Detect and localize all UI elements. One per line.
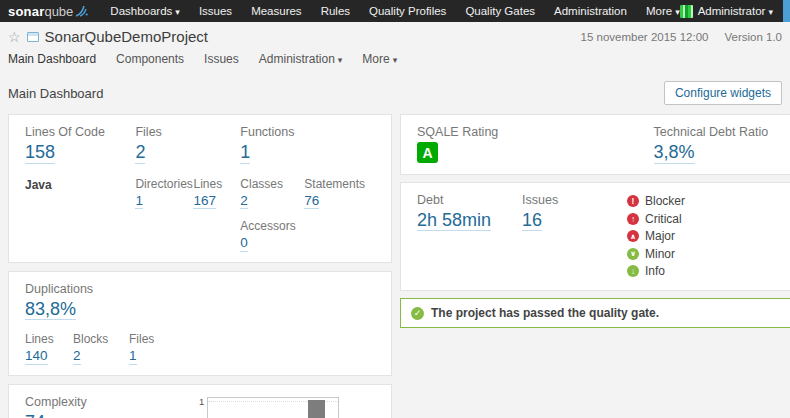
project-header: SonarQubeDemoProject 15 november 2015 12… — [8, 22, 782, 47]
debt-label: Debt — [417, 193, 522, 207]
dup-blocks-value[interactable]: 2 — [73, 348, 81, 365]
loc-label: Lines Of Code — [25, 125, 135, 139]
project-icon — [27, 32, 39, 42]
lines-value[interactable]: 167 — [193, 193, 216, 210]
analysis-date: 15 november 2015 12:00 — [581, 31, 709, 43]
severity-breakdown: Blocker 0 Critical 0 Major 14 — [627, 193, 790, 281]
accessors-value[interactable]: 0 — [240, 235, 248, 252]
configure-widgets-button[interactable]: Configure widgets — [664, 81, 782, 105]
debt-value[interactable]: 2h 58min — [417, 210, 491, 232]
complexity-value[interactable]: 74 — [25, 412, 45, 418]
check-circle-icon — [411, 307, 424, 320]
directories-label: Directories — [135, 177, 183, 191]
classes-value[interactable]: 2 — [240, 193, 248, 210]
dup-lines-label: Lines — [25, 332, 63, 346]
minor-icon — [627, 248, 639, 260]
tdr-label: Technical Debt Ratio — [654, 125, 790, 139]
statements-value[interactable]: 76 — [304, 193, 319, 210]
nav-item-more[interactable]: More — [646, 5, 680, 17]
duplications-label: Duplications — [25, 282, 375, 296]
dashboard-heading-row: Main Dashboard Configure widgets — [8, 73, 782, 114]
chevron-down-icon — [675, 5, 680, 17]
functions-label: Functions — [240, 125, 375, 139]
dup-lines-value[interactable]: 140 — [25, 348, 48, 365]
language-label: Java — [25, 178, 135, 192]
dup-blocks-label: Blocks — [73, 332, 119, 346]
sqale-rating-widget: SQALE Rating A Technical Debt Ratio 3,8% — [400, 114, 790, 175]
page-title: Main Dashboard — [8, 86, 103, 101]
dup-files-value[interactable]: 1 — [129, 348, 137, 365]
tab-issues[interactable]: Issues — [204, 52, 239, 66]
navbar-right: Administrator ? — [680, 0, 790, 22]
sqale-rating-label: SQALE Rating — [417, 125, 654, 139]
chart-plot-area: 1 0 — [207, 397, 339, 418]
logo-text-light: qube — [44, 4, 73, 19]
quality-gate-banner: The project has passed the quality gate. — [400, 298, 790, 328]
tab-main-dashboard[interactable]: Main Dashboard — [8, 52, 96, 66]
dup-files-label: Files — [129, 332, 154, 346]
search-button[interactable] — [783, 0, 790, 22]
nav-item-administration[interactable]: Administration — [554, 5, 627, 17]
issues-value[interactable]: 16 — [522, 210, 542, 232]
nav-item-dashboards[interactable]: Dashboards — [110, 5, 180, 17]
critical-icon — [627, 213, 639, 225]
project-meta: 15 november 2015 12:00 Version 1.0 — [581, 31, 782, 43]
navbar-menu: Dashboards Issues Measures Rules Quality… — [110, 5, 679, 17]
project-version: Version 1.0 — [724, 31, 782, 43]
chart-bar-12 — [308, 400, 325, 418]
severity-row-info: Info 0 — [627, 263, 790, 281]
y-tick-1: 1 — [199, 397, 204, 407]
sonarqube-wave-icon — [75, 5, 88, 17]
user-menu[interactable]: Administrator — [698, 5, 773, 17]
rating-badge[interactable]: A — [417, 142, 438, 163]
tdr-value[interactable]: 3,8% — [654, 142, 695, 164]
size-widget: Lines Of Code 158 Java Files 2 Directori… — [8, 114, 392, 263]
nav-item-issues[interactable]: Issues — [199, 5, 232, 17]
chevron-down-icon — [338, 52, 343, 66]
issues-label: Issues — [522, 193, 627, 207]
directories-value[interactable]: 1 — [135, 193, 143, 210]
chevron-down-icon — [768, 5, 773, 17]
nav-item-quality-profiles[interactable]: Quality Profiles — [369, 5, 446, 17]
logo-text-bold: sonar — [8, 4, 44, 19]
favorite-star-icon[interactable] — [8, 30, 21, 44]
blocker-icon — [627, 195, 639, 207]
nav-item-rules[interactable]: Rules — [321, 5, 350, 17]
lines-label: Lines — [193, 177, 222, 191]
complexity-distribution-chart: 1 0 1 2 4 6 8 10 — [207, 397, 339, 418]
severity-row-major: Major 14 — [627, 228, 790, 246]
tab-more[interactable]: More — [362, 52, 397, 66]
tab-components[interactable]: Components — [116, 52, 184, 66]
top-navbar: sonarqube Dashboards Issues Measures Rul… — [0, 0, 790, 22]
duplications-widget: Duplications 83,8% Lines 140 Blocks 2 Fi… — [8, 271, 392, 376]
project-title: SonarQubeDemoProject — [45, 28, 208, 45]
project-tabs: Main Dashboard Components Issues Adminis… — [8, 47, 782, 73]
severity-row-minor: Minor 2 — [627, 245, 790, 263]
accessors-label: Accessors — [240, 219, 375, 233]
nav-item-measures[interactable]: Measures — [251, 5, 302, 17]
tab-administration[interactable]: Administration — [259, 52, 343, 66]
classes-label: Classes — [240, 177, 294, 191]
statements-label: Statements — [304, 177, 365, 191]
duplications-value[interactable]: 83,8% — [25, 299, 76, 321]
complexity-widget: Complexity 74 /Function 74,0 /Class 37,0 — [8, 384, 392, 418]
info-icon — [627, 265, 639, 277]
nav-item-quality-gates[interactable]: Quality Gates — [465, 5, 535, 17]
loc-value[interactable]: 158 — [25, 142, 55, 164]
sonarqube-logo[interactable]: sonarqube — [8, 4, 88, 19]
chevron-down-icon — [175, 5, 180, 17]
user-avatar — [680, 5, 693, 18]
files-value[interactable]: 2 — [135, 142, 145, 164]
severity-row-critical: Critical 0 — [627, 210, 790, 228]
severity-row-blocker: Blocker 0 — [627, 193, 790, 211]
functions-value[interactable]: 1 — [240, 142, 250, 164]
complexity-label: Complexity — [25, 395, 193, 409]
major-icon — [627, 230, 639, 242]
chevron-down-icon — [393, 52, 398, 66]
files-label: Files — [135, 125, 240, 139]
quality-gate-message: The project has passed the quality gate. — [431, 306, 659, 320]
debt-issues-widget: Debt 2h 58min Issues 16 Blocker 0 — [400, 182, 790, 292]
